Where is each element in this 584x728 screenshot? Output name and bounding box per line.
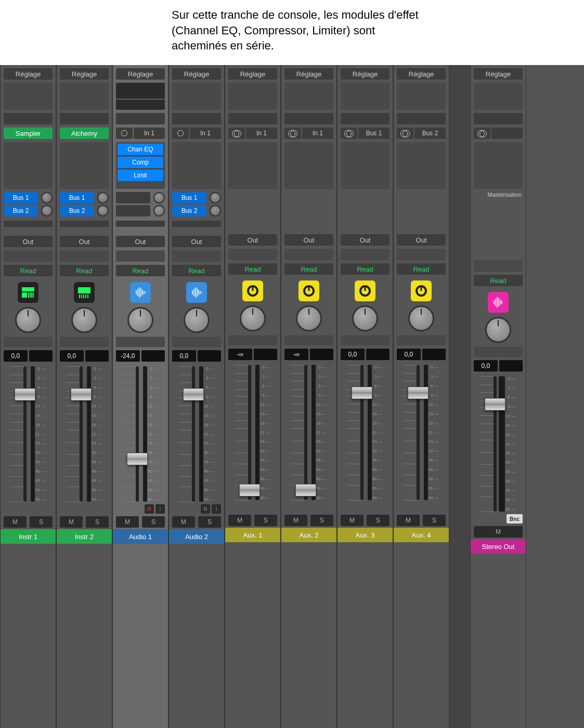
send-slot-empty[interactable]: [116, 221, 165, 227]
automation-mode[interactable]: Read: [172, 265, 221, 276]
send-slot[interactable]: Bus 2: [172, 205, 206, 216]
output-slot[interactable]: Out: [4, 236, 53, 247]
group-slot[interactable]: [474, 260, 523, 272]
track-name[interactable]: Audio 1: [113, 529, 168, 544]
eq-thumbnail[interactable]: [474, 83, 523, 110]
send-knob[interactable]: [210, 192, 221, 203]
volume-value[interactable]: -∞: [284, 349, 308, 360]
eq-thumbnail[interactable]: [60, 83, 109, 110]
insert-plugin[interactable]: Chan EQ: [118, 144, 163, 155]
track-icon[interactable]: [242, 280, 263, 301]
mute-button[interactable]: M: [228, 515, 251, 526]
solo-button[interactable]: S: [254, 515, 277, 526]
solo-button[interactable]: S: [367, 515, 390, 526]
fader-cap[interactable]: [71, 388, 92, 401]
send-slot[interactable]: Bus 2: [4, 205, 38, 216]
send-knob[interactable]: [210, 205, 221, 216]
fader-cap[interactable]: [15, 388, 35, 401]
fader-cap[interactable]: [127, 453, 148, 465]
output-slot[interactable]: Out: [116, 236, 165, 247]
group-slot[interactable]: [284, 249, 333, 260]
solo-button[interactable]: S: [86, 516, 109, 528]
instrument-slot[interactable]: Sampler: [4, 127, 53, 139]
track-icon[interactable]: [186, 282, 207, 303]
setting-button[interactable]: Réglage: [474, 68, 523, 80]
group-slot[interactable]: [228, 249, 277, 260]
insert-plugin[interactable]: Limit: [118, 170, 163, 181]
inserts-area[interactable]: [4, 142, 53, 189]
pan-knob[interactable]: [296, 305, 322, 331]
input-format[interactable]: [341, 127, 357, 139]
volume-value[interactable]: 0,0: [4, 350, 28, 362]
fader-cap[interactable]: [239, 484, 260, 496]
surround-slot[interactable]: [4, 337, 53, 347]
group-slot[interactable]: [116, 250, 165, 262]
record-enable[interactable]: R: [201, 504, 210, 514]
input-slot[interactable]: Bus 1: [358, 127, 390, 139]
track-icon[interactable]: [355, 280, 375, 301]
setting-button[interactable]: Réglage: [4, 68, 53, 80]
track-name[interactable]: Aux. 3: [338, 528, 393, 542]
input-format[interactable]: [284, 127, 301, 139]
pan-knob[interactable]: [71, 307, 97, 333]
insert-plugin[interactable]: Comp: [118, 157, 163, 168]
input-format[interactable]: [172, 127, 189, 139]
send-knob[interactable]: [97, 192, 109, 203]
input-slot[interactable]: Bus 2: [414, 127, 446, 139]
inserts-area[interactable]: [474, 142, 523, 189]
automation-mode[interactable]: Read: [397, 263, 446, 275]
pan-knob[interactable]: [15, 307, 41, 333]
inserts-area[interactable]: [60, 142, 109, 189]
setting-button[interactable]: Réglage: [284, 68, 333, 80]
peak-value[interactable]: [198, 350, 222, 362]
inserts-area[interactable]: [284, 142, 333, 189]
setting-button[interactable]: Réglage: [172, 68, 221, 80]
input-slot[interactable]: In 1: [190, 127, 221, 139]
gain-slot[interactable]: [397, 113, 446, 124]
peak-value[interactable]: [310, 349, 334, 360]
send-slot-empty[interactable]: [172, 221, 221, 227]
track-name[interactable]: Audio 2: [169, 529, 224, 544]
output-slot[interactable]: Out: [228, 234, 277, 246]
mute-button[interactable]: M: [172, 516, 195, 528]
surround-slot[interactable]: [341, 335, 390, 346]
setting-button[interactable]: Réglage: [116, 68, 165, 80]
fader-cap[interactable]: [485, 398, 505, 411]
send-slot-empty[interactable]: [4, 221, 53, 227]
inserts-area[interactable]: [397, 142, 446, 189]
eq-thumbnail[interactable]: [397, 83, 446, 110]
surround-slot[interactable]: [172, 337, 221, 347]
output-slot[interactable]: Out: [60, 236, 109, 247]
automation-mode[interactable]: Read: [284, 263, 333, 275]
inserts-area[interactable]: [172, 142, 221, 189]
pan-knob[interactable]: [184, 307, 210, 333]
eq-thumbnail[interactable]: [4, 83, 53, 110]
input-format[interactable]: [474, 127, 490, 139]
solo-button[interactable]: S: [423, 515, 446, 526]
automation-mode[interactable]: Read: [228, 263, 277, 275]
mute-button[interactable]: M: [60, 516, 83, 528]
peak-value[interactable]: [254, 349, 278, 360]
track-name[interactable]: Aux. 1: [225, 528, 280, 542]
automation-mode[interactable]: Read: [116, 265, 165, 276]
surround-slot[interactable]: [397, 335, 446, 346]
automation-mode[interactable]: Read: [60, 265, 109, 276]
setting-button[interactable]: Réglage: [228, 68, 277, 80]
volume-value[interactable]: 0,0: [474, 360, 498, 372]
eq-thumbnail[interactable]: [341, 83, 390, 110]
output-slot[interactable]: Out: [341, 234, 390, 246]
peak-value[interactable]: [499, 360, 523, 372]
fader-cap[interactable]: [408, 387, 429, 399]
pan-knob[interactable]: [240, 305, 266, 331]
input-format[interactable]: [116, 127, 133, 139]
track-icon[interactable]: [299, 280, 319, 301]
input-format[interactable]: [397, 127, 413, 139]
gain-slot[interactable]: [474, 113, 523, 124]
gain-slot[interactable]: [284, 113, 333, 124]
send-slot[interactable]: Bus 1: [4, 192, 38, 203]
track-icon[interactable]: [411, 280, 432, 301]
track-name[interactable]: Instr 2: [57, 529, 112, 544]
track-name[interactable]: Instr 1: [1, 529, 56, 544]
automation-mode[interactable]: Read: [4, 265, 53, 276]
peak-value[interactable]: [366, 349, 390, 360]
